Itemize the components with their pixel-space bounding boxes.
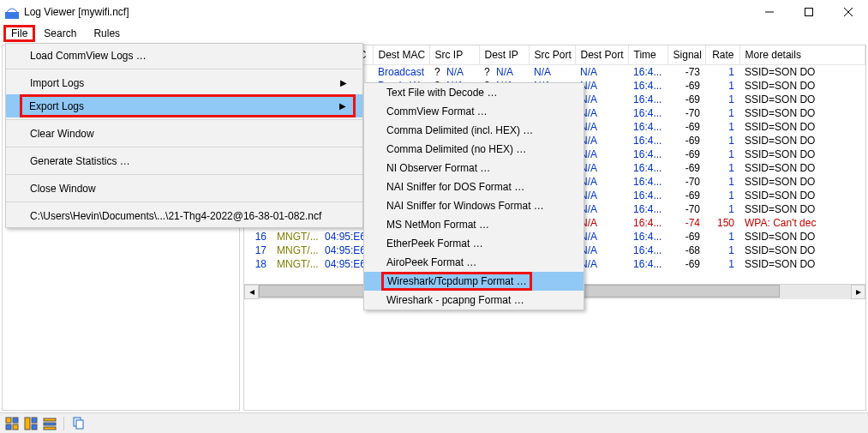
export-csv-hex[interactable]: Comma Delimited (incl. HEX) …: [364, 121, 584, 140]
submenu-arrow-icon: ▶: [339, 101, 346, 111]
svg-rect-14: [44, 427, 56, 430]
col-signal[interactable]: Signal: [667, 45, 705, 65]
export-pcapng[interactable]: Wireshark - pcapng Format …: [364, 291, 584, 310]
col-destip[interactable]: Dest IP: [479, 45, 529, 65]
separator: [6, 174, 362, 175]
export-etherpeek[interactable]: EtherPeek Format …: [364, 234, 584, 253]
window-title: Log Viewer [mywifi.ncf]: [24, 6, 750, 18]
statusbar: [0, 412, 868, 433]
submenu-arrow-icon: ▶: [340, 78, 347, 87]
export-txt[interactable]: Text File with Decode …: [364, 83, 584, 102]
svg-rect-10: [32, 418, 37, 423]
menu-export-logs[interactable]: Export Logs ▶: [6, 94, 362, 117]
copy-icon[interactable]: [71, 417, 85, 430]
highlight-wireshark: Wireshark/Tcpdump Format …: [381, 272, 532, 291]
svg-rect-11: [32, 424, 37, 430]
menu-load-logs[interactable]: Load CommView Logs …: [6, 44, 362, 67]
export-wireshark[interactable]: Wireshark/Tcpdump Format …: [364, 272, 584, 291]
highlight-export: Export Logs ▶: [20, 94, 356, 117]
col-time[interactable]: Time: [628, 45, 667, 65]
minimize-button[interactable]: [750, 0, 789, 24]
svg-rect-5: [6, 418, 11, 423]
scroll-right-icon[interactable]: ▸: [851, 285, 865, 299]
close-button[interactable]: [829, 0, 868, 24]
menubar: File Search Rules: [0, 24, 868, 43]
col-destmac[interactable]: Dest MAC: [373, 45, 429, 65]
menu-search[interactable]: Search: [35, 26, 85, 41]
menu-rules[interactable]: Rules: [85, 26, 129, 41]
detail-pane: [244, 298, 865, 410]
col-rate[interactable]: Rate: [705, 45, 739, 65]
col-srcport[interactable]: Src Port: [529, 45, 575, 65]
separator: [6, 119, 362, 120]
export-nai-win[interactable]: NAI Sniffer for Windows Format …: [364, 196, 584, 215]
col-destport[interactable]: Dest Port: [575, 45, 628, 65]
col-more[interactable]: More details: [739, 45, 865, 65]
export-csv[interactable]: Comma Delimited (no HEX) …: [364, 140, 584, 159]
menu-import-logs[interactable]: Import Logs ▶: [6, 71, 362, 94]
svg-rect-12: [44, 418, 56, 421]
export-wireshark-label: Wireshark/Tcpdump Format …: [387, 275, 527, 287]
scroll-left-icon[interactable]: ◂: [244, 285, 259, 299]
maximize-button[interactable]: [789, 0, 829, 24]
separator: [6, 147, 362, 147]
export-airopeek[interactable]: AiroPeek Format …: [364, 253, 584, 272]
menu-export-label: Export Logs: [29, 100, 84, 112]
svg-rect-0: [5, 12, 19, 19]
menu-close-window[interactable]: Close Window: [6, 177, 362, 200]
export-msnetmon[interactable]: MS NetMon Format …: [364, 215, 584, 234]
svg-rect-13: [44, 423, 56, 425]
view-icon-3[interactable]: [43, 417, 57, 430]
export-ni-observer[interactable]: NI Observer Format …: [364, 159, 584, 177]
menu-file[interactable]: File: [6, 26, 33, 41]
col-srcip[interactable]: Src IP: [429, 45, 479, 65]
app-icon: [5, 5, 19, 19]
svg-rect-8: [13, 424, 18, 430]
separator: [63, 417, 64, 430]
menu-gen-stats[interactable]: Generate Statistics …: [6, 149, 362, 172]
export-nai-dos[interactable]: NAI Sniffer for DOS Format …: [364, 177, 584, 196]
svg-rect-6: [13, 418, 18, 423]
view-icon-1[interactable]: [5, 417, 19, 430]
menu-import-label: Import Logs: [30, 77, 84, 89]
titlebar: Log Viewer [mywifi.ncf]: [0, 0, 868, 24]
svg-rect-9: [25, 418, 30, 430]
separator: [6, 201, 362, 202]
menu-recent-file[interactable]: C:\Users\Hevin\Documents\...\21-Thg4-202…: [6, 204, 362, 227]
svg-rect-2: [805, 9, 813, 16]
export-submenu: Text File with Decode … CommView Format …: [363, 82, 584, 310]
highlight-file: File: [3, 25, 35, 42]
view-icon-2[interactable]: [24, 417, 38, 430]
menu-clear-window[interactable]: Clear Window: [6, 122, 362, 145]
svg-rect-7: [6, 424, 11, 430]
separator: [6, 69, 362, 69]
file-dropdown: Load CommView Logs … Import Logs ▶ Expor…: [5, 43, 363, 228]
export-commview[interactable]: CommView Format …: [364, 102, 584, 121]
svg-rect-16: [76, 420, 83, 429]
